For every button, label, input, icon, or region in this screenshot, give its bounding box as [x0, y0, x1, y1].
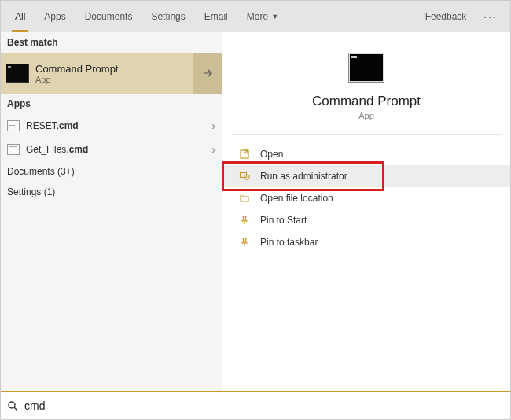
- best-match-header: Best match: [1, 32, 222, 53]
- cmd-file-icon: [7, 144, 20, 155]
- overflow-menu-button[interactable]: ···: [476, 1, 505, 32]
- documents-category[interactable]: Documents (3+): [1, 161, 222, 182]
- best-match-subtitle: App: [35, 75, 193, 84]
- cmd-file-icon: [7, 120, 20, 131]
- shield-icon: [238, 171, 251, 182]
- pin-icon: [238, 215, 251, 226]
- tab-more[interactable]: More ▼: [237, 1, 288, 32]
- folder-icon: [238, 193, 251, 204]
- pin-icon: [238, 237, 251, 248]
- action-open[interactable]: Open: [222, 143, 510, 165]
- feedback-link[interactable]: Feedback: [416, 1, 476, 32]
- svg-point-2: [9, 402, 15, 408]
- tab-all[interactable]: All: [6, 1, 35, 32]
- chevron-right-icon: ›: [211, 143, 215, 156]
- action-open-file-location[interactable]: Open file location: [222, 187, 510, 209]
- command-prompt-icon: [348, 53, 384, 83]
- preview-hero: Command Prompt App: [222, 32, 510, 134]
- start-search-window: All Apps Documents Settings Email More ▼…: [0, 0, 511, 420]
- chevron-right-icon: ›: [211, 120, 215, 132]
- preview-panel: Command Prompt App Open Run as administr…: [222, 32, 510, 391]
- preview-subtitle: App: [358, 111, 374, 120]
- filter-tabs: All Apps Documents Settings Email More ▼…: [1, 1, 510, 32]
- arrow-right-icon: [201, 67, 214, 79]
- tab-documents[interactable]: Documents: [75, 1, 142, 32]
- main-area: Best match Command Prompt App Apps RESET…: [1, 32, 510, 391]
- action-run-as-administrator[interactable]: Run as administrator: [222, 165, 510, 187]
- settings-category[interactable]: Settings (1): [1, 182, 222, 202]
- tab-email[interactable]: Email: [195, 1, 237, 32]
- app-result[interactable]: RESET.cmd ›: [1, 114, 222, 138]
- action-pin-to-start[interactable]: Pin to Start: [222, 209, 510, 231]
- tab-apps[interactable]: Apps: [35, 1, 75, 32]
- search-icon: [7, 400, 18, 411]
- chevron-down-icon: ▼: [271, 13, 278, 20]
- search-input[interactable]: [24, 400, 504, 412]
- results-panel: Best match Command Prompt App Apps RESET…: [1, 32, 222, 391]
- command-prompt-icon: [6, 64, 29, 83]
- expand-arrow-button[interactable]: [193, 53, 222, 94]
- preview-title: Command Prompt: [312, 94, 421, 109]
- apps-list: RESET.cmd › Get_Files.cmd ›: [1, 114, 222, 161]
- search-bar[interactable]: [1, 391, 510, 419]
- best-match-title: Command Prompt: [35, 63, 193, 75]
- best-match-result[interactable]: Command Prompt App: [1, 53, 222, 94]
- apps-header: Apps: [1, 94, 222, 114]
- open-icon: [238, 149, 251, 160]
- action-pin-to-taskbar[interactable]: Pin to taskbar: [222, 231, 510, 253]
- app-result[interactable]: Get_Files.cmd ›: [1, 138, 222, 161]
- tab-settings[interactable]: Settings: [142, 1, 194, 32]
- actions-list: Open Run as administrator Open file loca…: [222, 135, 510, 253]
